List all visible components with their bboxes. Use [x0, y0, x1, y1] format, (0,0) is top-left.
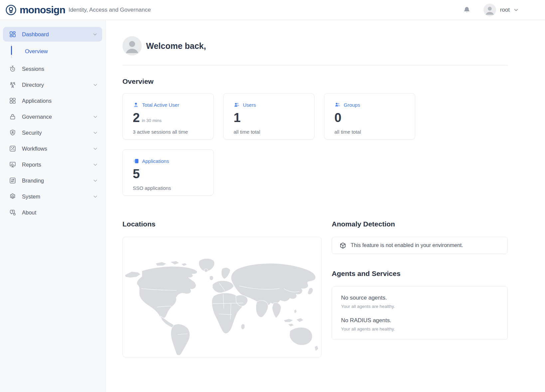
stopwatch-icon [9, 65, 16, 72]
sidebar-item-label: Sessions [22, 66, 44, 72]
sidebar-item-system[interactable]: System [0, 189, 105, 204]
stat-card-caption: SSO applications [133, 185, 203, 191]
stat-card-link[interactable]: Total Active User [133, 102, 203, 108]
chevron-down-icon [92, 162, 98, 168]
sidebar-item-security[interactable]: Security [0, 125, 105, 141]
sidebar-item-dashboard[interactable]: Dashboard [3, 27, 102, 42]
stat-card-value: 2in 30 mins [133, 111, 203, 125]
sidebar-item-applications[interactable]: Applications [0, 93, 105, 109]
stat-card-link[interactable]: Applications [133, 158, 203, 164]
right-column: Anomaly Detection This feature is not en… [332, 220, 508, 357]
stat-card-caption: all time total [334, 129, 405, 135]
sidebar-item-label: Workflows [22, 146, 47, 152]
agents-title: Agents and Services [332, 270, 508, 278]
sidebar-item-reports[interactable]: Reports [0, 157, 105, 173]
sidebar-item-label: Directory [22, 82, 44, 88]
shield-user-icon [9, 129, 16, 136]
chevron-down-icon [92, 146, 98, 152]
apps-grid-icon [9, 97, 16, 104]
sidebar-item-label: About [22, 209, 36, 216]
agent-status-title: No source agents. [341, 295, 498, 301]
sidebar-item-label: Security [22, 130, 42, 136]
sidebar-item-overview[interactable]: Overview [0, 42, 105, 61]
world-map [123, 252, 321, 357]
subnav-track [11, 44, 12, 58]
brand-name: monosign [20, 4, 65, 16]
username[interactable]: root [500, 7, 510, 13]
stat-card-value: 1 [234, 111, 304, 125]
agent-status-item: No RADIUS agents. Your all agents are he… [341, 317, 498, 331]
brand-logo[interactable]: monosign [5, 4, 65, 16]
sidebar-item-label: Governance [22, 114, 52, 120]
chevron-down-icon [92, 130, 98, 136]
user-avatar[interactable] [483, 4, 496, 16]
stat-card-label: Total Active User [142, 102, 179, 108]
cube-icon [339, 242, 346, 249]
agents-card: No source agents. Your all agents are he… [332, 286, 508, 340]
locations-title: Locations [122, 220, 322, 228]
logo-keyhole-icon [5, 4, 17, 16]
active-indicator [11, 46, 12, 55]
sidebar-item-workflows[interactable]: Workflows [0, 141, 105, 157]
stat-card-label: Users [243, 102, 256, 108]
anomaly-message: This feature is not enabled in your envi… [351, 242, 463, 248]
sidebar-item-label: Branding [22, 178, 44, 184]
gear-icon [9, 193, 16, 200]
stat-card-label: Groups [344, 102, 360, 108]
overview-cards: Total Active User 2in 30 mins 3 active s… [122, 93, 425, 196]
divider [122, 65, 508, 65]
welcome-title: Welcome back, [146, 41, 206, 51]
wand-icon [9, 145, 16, 152]
top-bar: monosign Identity, Access and Governance… [0, 0, 545, 20]
lock-icon [9, 113, 16, 120]
top-bar-right: root [463, 4, 545, 16]
sidebar-item-label: Reports [22, 162, 41, 168]
sidebar-item-branding[interactable]: Branding [0, 173, 105, 189]
users-icon [234, 102, 240, 108]
sidebar-item-governance[interactable]: Governance [0, 109, 105, 125]
locations-section: Locations [122, 220, 322, 357]
stat-card-caption: all time total [234, 129, 304, 135]
person-silhouette-icon [483, 4, 496, 16]
chevron-down-icon[interactable] [513, 7, 519, 13]
sidebar-item-directory[interactable]: Directory [0, 77, 105, 93]
overview-title: Overview [122, 77, 508, 85]
agent-status-item: No source agents. Your all agents are he… [341, 295, 498, 309]
groups-icon [334, 102, 341, 108]
agent-status-subtitle: Your all agents are healthy. [341, 304, 498, 309]
chevron-down-icon [92, 32, 98, 37]
sidebar-item-label: Applications [22, 98, 52, 104]
bell-icon[interactable] [463, 6, 471, 14]
anomaly-card: This feature is not enabled in your envi… [332, 237, 508, 254]
applications-icon [133, 158, 139, 164]
stat-card-total-active-user: Total Active User 2in 30 mins 3 active s… [122, 93, 214, 140]
stat-card-value-suffix: in 30 mins [142, 118, 161, 123]
stat-card-groups: Groups 0 all time total [324, 93, 415, 140]
stat-card-value: 5 [133, 167, 203, 181]
main-content: Welcome back, Overview Total Active User… [106, 20, 545, 392]
brand-tagline: Identity, Access and Governance [69, 7, 151, 13]
anomaly-title: Anomaly Detection [332, 220, 508, 228]
sidebar-item-sessions[interactable]: Sessions [0, 61, 105, 77]
welcome-section: Welcome back, [122, 36, 508, 56]
stat-card-users: Users 1 all time total [223, 93, 314, 140]
sidebar-item-label: Overview [25, 48, 48, 55]
person-silhouette-icon [122, 36, 142, 56]
stat-card-caption: 3 active sessions all time [133, 129, 203, 135]
sidebar: Dashboard Overview Sessions Directory [0, 20, 106, 392]
people-icon [9, 81, 16, 88]
chevron-down-icon [92, 178, 98, 184]
stat-card-link[interactable]: Users [234, 102, 304, 108]
locations-map-card [122, 237, 322, 357]
stat-card-label: Applications [142, 158, 169, 164]
chevron-down-icon [92, 194, 98, 199]
chevron-down-icon [92, 82, 98, 88]
sidebar-item-label: Dashboard [22, 31, 49, 38]
sidebar-item-about[interactable]: About [0, 204, 105, 220]
chevron-down-icon [92, 114, 98, 120]
sliders-icon [9, 177, 16, 184]
stat-card-link[interactable]: Groups [334, 102, 405, 108]
stat-card-value: 0 [334, 111, 405, 125]
help-bubble-icon [9, 209, 16, 216]
sidebar-item-label: System [22, 194, 40, 200]
